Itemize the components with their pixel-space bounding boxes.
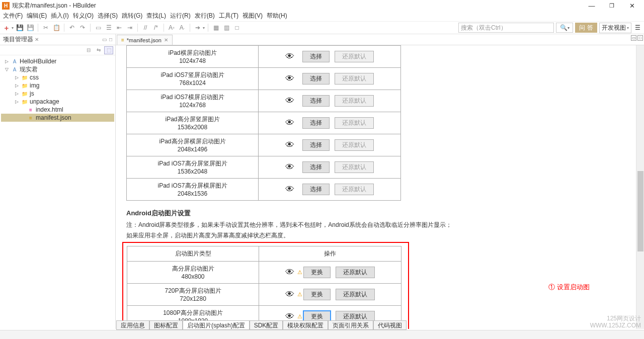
- eye-icon[interactable]: 👁: [285, 51, 294, 62]
- box2-icon[interactable]: ☰: [104, 23, 113, 32]
- menu-item[interactable]: 视图(V): [242, 12, 264, 21]
- menu-item[interactable]: 运行(R): [169, 12, 192, 21]
- new-dropdown[interactable]: ▾: [12, 26, 14, 30]
- menu-item[interactable]: 插入(I): [50, 12, 69, 21]
- tree-arrow-icon[interactable]: ▷: [15, 83, 21, 88]
- tree-arrow-icon[interactable]: ▽: [5, 67, 11, 72]
- vertical-scrollbar[interactable]: [636, 45, 644, 329]
- filter-icon[interactable]: ⬚: [104, 46, 113, 54]
- eye-icon[interactable]: 👁: [285, 96, 294, 106]
- bottom-tab[interactable]: 代码视图: [373, 320, 407, 330]
- new-icon[interactable]: +: [2, 23, 11, 32]
- project-tree[interactable]: ▷AHelloHBuilder▽A现实君▷📁css▷📁img▷📁js▷📁unpa…: [0, 55, 115, 124]
- editor-maximize-icon[interactable]: □: [637, 35, 643, 41]
- menu-item[interactable]: 帮助(H): [266, 12, 288, 21]
- layout3-icon[interactable]: □: [232, 23, 242, 32]
- tree-item[interactable]: ≡index.html: [1, 106, 114, 114]
- collapse-all-icon[interactable]: ⊟: [84, 46, 93, 54]
- box1-icon[interactable]: ▭: [94, 23, 103, 32]
- tree-arrow-icon[interactable]: ▷: [15, 75, 21, 80]
- replace-button[interactable]: 更换: [303, 267, 331, 278]
- comment-icon[interactable]: //: [141, 23, 150, 32]
- paste-icon[interactable]: 📋: [52, 23, 61, 32]
- eye-icon[interactable]: 👁: [285, 140, 294, 150]
- bottom-tab[interactable]: 启动图片(splash)配置: [183, 320, 250, 330]
- sidebar-toolbar-icon[interactable]: □: [109, 37, 112, 42]
- layout2-icon[interactable]: ▥: [222, 23, 231, 32]
- eye-icon[interactable]: 👁: [285, 289, 294, 300]
- restore-button[interactable]: 还原默认: [336, 289, 375, 300]
- arrow-dropdown[interactable]: ▾: [203, 26, 205, 30]
- menu-item[interactable]: 编辑(E): [26, 12, 48, 21]
- ask-button[interactable]: 问 答: [575, 23, 597, 33]
- tree-item[interactable]: ≡manifest.json: [1, 114, 114, 122]
- tab-close-icon[interactable]: ✕: [164, 37, 168, 43]
- select-button[interactable]: 选择: [302, 139, 330, 151]
- replace-button[interactable]: 更换: [303, 289, 331, 300]
- layout1-icon[interactable]: ▦: [211, 23, 220, 32]
- save-icon[interactable]: 💾: [15, 23, 24, 32]
- tree-item[interactable]: ▷📁css: [1, 73, 114, 81]
- undo-icon[interactable]: ↶: [67, 23, 76, 32]
- select-button[interactable]: 选择: [302, 161, 330, 173]
- redo-icon[interactable]: ↷: [78, 23, 87, 32]
- close-button[interactable]: ✕: [622, 2, 642, 10]
- select-button[interactable]: 选择: [302, 184, 330, 195]
- minimize-button[interactable]: —: [582, 2, 602, 10]
- bottom-tab[interactable]: 模块权限配置: [283, 320, 328, 330]
- comment2-icon[interactable]: /*: [151, 23, 160, 32]
- select-button[interactable]: 选择: [302, 73, 330, 84]
- restore-button[interactable]: 还原默认: [336, 267, 375, 278]
- editor-tab-manifest[interactable]: ≡ *manifest.json ✕: [117, 35, 173, 45]
- eye-icon[interactable]: 👁: [285, 118, 294, 128]
- arrow-right-icon[interactable]: ➔: [193, 23, 202, 32]
- search-button[interactable]: 🔍 ▾: [556, 23, 573, 33]
- restore-button: 还原默认: [335, 117, 374, 129]
- bottom-tab[interactable]: 页面引用关系: [328, 320, 373, 330]
- fontdec-icon[interactable]: A-: [178, 23, 187, 32]
- eye-icon[interactable]: 👁: [285, 267, 294, 278]
- indent-left-icon[interactable]: ⇤: [115, 23, 124, 32]
- fontinc-icon[interactable]: A+: [167, 23, 176, 32]
- editor-minimize-icon[interactable]: ▭: [631, 35, 636, 41]
- eye-icon[interactable]: 👁: [285, 184, 294, 195]
- toolbar: +▾ 💾 💾 ✂ 📋 ↶ ↷ ▭ ☰ ⇤ ⇥ // /* A+ A- ➔▾ ▦ …: [0, 21, 644, 34]
- menu-item[interactable]: 转义(O): [72, 12, 95, 21]
- bottom-tab[interactable]: 应用信息: [116, 320, 149, 330]
- menu-item[interactable]: 跳转(G): [121, 12, 143, 21]
- eye-icon[interactable]: 👁: [285, 162, 294, 173]
- folder-icon: 📁: [21, 91, 28, 97]
- tree-item-label: manifest.json: [36, 114, 71, 121]
- tree-item-label: css: [30, 74, 39, 81]
- tree-item[interactable]: ▷AHelloHBuilder: [1, 57, 114, 65]
- cut-icon[interactable]: ✂: [41, 23, 50, 32]
- search-input[interactable]: 搜索（双击Ctrl）: [458, 23, 554, 33]
- bottom-tab[interactable]: SDK配置: [250, 320, 283, 330]
- eye-icon[interactable]: 👁: [285, 73, 294, 84]
- select-button[interactable]: 选择: [302, 51, 330, 62]
- tree-arrow-icon[interactable]: ▷: [15, 99, 21, 104]
- tree-arrow-icon[interactable]: ▷: [15, 91, 21, 96]
- sidebar-minimize-icon[interactable]: ▭: [102, 37, 107, 42]
- tree-arrow-icon[interactable]: ▷: [5, 59, 11, 64]
- link-editor-icon[interactable]: ⇆: [94, 46, 103, 54]
- tree-item[interactable]: ▽A现实君: [1, 65, 114, 73]
- save-all-icon[interactable]: 💾: [26, 23, 35, 32]
- select-button[interactable]: 选择: [302, 95, 330, 107]
- scrollbar-thumb[interactable]: [637, 171, 643, 251]
- menu-item[interactable]: 工具(T): [218, 12, 239, 21]
- bottom-tab[interactable]: 图标配置: [149, 320, 183, 330]
- menu-item[interactable]: 查找(L): [145, 12, 167, 21]
- tree-item[interactable]: ▷📁js: [1, 90, 114, 98]
- indent-right-icon[interactable]: ⇥: [125, 23, 134, 32]
- splash-desc-cell: iPad高分屏横屏启动图片2048x1496: [127, 134, 259, 156]
- menu-item[interactable]: 文件(F): [2, 12, 24, 21]
- select-button[interactable]: 选择: [302, 117, 330, 129]
- maximize-button[interactable]: ❐: [602, 3, 622, 9]
- view-mode-select[interactable]: 开发视图 ▾: [599, 23, 631, 33]
- menu-item[interactable]: 发行(B): [194, 12, 216, 21]
- menu-item[interactable]: 选择(S): [97, 12, 119, 21]
- tree-item[interactable]: ▷📁img: [1, 81, 114, 90]
- more-icon[interactable]: ☰: [633, 24, 642, 31]
- tree-item[interactable]: ▷📁unpackage: [1, 98, 114, 106]
